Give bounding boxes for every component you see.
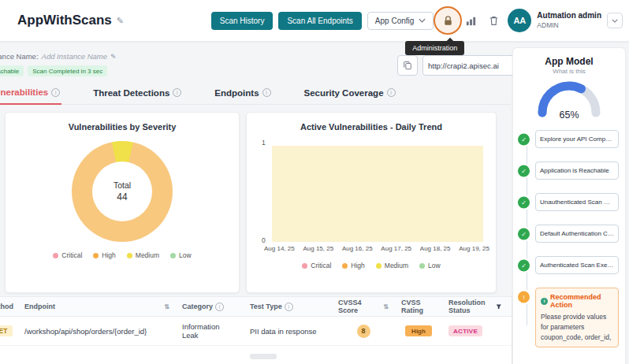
legend-item-critical[interactable]: Critical xyxy=(302,262,331,269)
scan-all-endpoints-button[interactable]: Scan All Endpoints xyxy=(278,12,361,30)
legend-dot xyxy=(53,253,58,258)
model-step[interactable]: ✓ Authenticated Scan Executed xyxy=(535,256,619,274)
col-test-type: Test Typei xyxy=(244,303,332,311)
user-menu-button[interactable] xyxy=(607,13,623,28)
app-model-title: App Model xyxy=(513,56,625,67)
legend-item-low[interactable]: Low xyxy=(419,262,441,269)
model-step[interactable]: ✓ Application is Reachable xyxy=(535,162,619,180)
copy-url-button[interactable] xyxy=(397,55,418,76)
donut-total-value: 44 xyxy=(117,191,127,202)
info-icon[interactable]: i xyxy=(262,88,271,97)
tab-endpoints[interactable]: Endpointsi xyxy=(213,84,272,104)
tab-bar: Vulnerabilitiesi Threat Detectionsi Endp… xyxy=(0,84,511,105)
warning-icon: ! xyxy=(516,290,531,305)
info-icon[interactable]: i xyxy=(173,88,181,97)
legend-item-medium[interactable]: Medium xyxy=(376,262,408,269)
trash-icon xyxy=(488,15,500,27)
recommended-action-text: Please provide values for parameters cou… xyxy=(541,312,613,342)
y-axis-tick: 1 xyxy=(262,139,266,147)
trend-chart-card: Active Vulnerabilities - Daily Trend 1 0… xyxy=(246,112,497,293)
legend-dot xyxy=(302,263,307,269)
app-screen: AppWithScans ✎ Scan History Scan All End… xyxy=(0,0,629,364)
legend-item-high[interactable]: High xyxy=(93,251,115,259)
trend-area-fill xyxy=(272,146,483,242)
legend-dot xyxy=(93,253,99,258)
col-method: Method xyxy=(0,303,18,310)
reports-button[interactable] xyxy=(462,12,479,29)
x-axis-label: Aug 16, 25 xyxy=(342,245,373,252)
check-icon: ✓ xyxy=(516,195,531,210)
header-actions: Scan History Scan All Endpoints App Conf… xyxy=(211,9,629,32)
administration-tooltip: Administration xyxy=(405,41,464,55)
check-icon: ✓ xyxy=(516,226,531,241)
info-icon[interactable]: i xyxy=(215,303,224,311)
instance-name-label: Instance Name: xyxy=(0,52,39,61)
check-icon: ✓ xyxy=(516,132,531,147)
recommended-action-box: i Recommended Action Please provide valu… xyxy=(535,288,619,347)
instance-name-line: Instance Name: Add Instance Name ✎ xyxy=(0,52,117,61)
legend-item-high[interactable]: High xyxy=(342,262,364,269)
scan-history-button[interactable]: Scan History xyxy=(211,12,274,30)
check-icon: ✓ xyxy=(516,258,531,273)
col-cvss-rating: CVSS Rating xyxy=(395,299,442,314)
y-axis-tick: 0 xyxy=(262,236,266,244)
col-resolution-status: Resolution Status xyxy=(442,299,508,314)
tab-security-coverage[interactable]: Security Coveragei xyxy=(303,84,397,104)
x-axis-labels: Aug 14, 25 Aug 15, 25 Aug 16, 25 Aug 17,… xyxy=(264,245,489,252)
endpoint-text: /workshop/api/shop/orders/{order_id} xyxy=(24,327,147,336)
severity-legend: Critical High Medium Low xyxy=(6,251,239,259)
test-type-text: PII data in response xyxy=(250,327,317,336)
reachable-badge: Reachable xyxy=(0,65,24,76)
x-axis-label: Aug 19, 25 xyxy=(459,245,489,252)
delete-app-button[interactable] xyxy=(485,12,502,29)
model-step[interactable]: ✓ Unauthenticated Scan Exe... xyxy=(535,193,619,211)
page-title: AppWithScans ✎ xyxy=(17,13,124,28)
model-step[interactable]: ✓ Explore your API Composition xyxy=(535,130,619,148)
legend-dot xyxy=(376,263,381,269)
donut-center: Total 44 xyxy=(92,162,152,221)
legend-item-low[interactable]: Low xyxy=(170,251,192,259)
app-config-label: App Config xyxy=(375,17,414,25)
col-category: Categoryi xyxy=(176,303,244,311)
vulnerabilities-table: Method Endpoint⇅ Categoryi Test Typei CV… xyxy=(0,296,512,364)
app-config-dropdown[interactable]: App Config xyxy=(367,12,434,30)
info-icon[interactable]: i xyxy=(387,88,396,97)
app-model-steps: ✓ Explore your API Composition ✓ Applica… xyxy=(513,130,625,347)
info-icon[interactable]: i xyxy=(51,88,60,97)
tab-threat-detections[interactable]: Threat Detectionsi xyxy=(91,84,183,104)
x-axis-label: Aug 17, 25 xyxy=(381,245,411,252)
x-axis-label: Aug 14, 25 xyxy=(264,245,295,252)
cvss-rating-badge: High xyxy=(405,325,432,336)
model-step[interactable]: ✓ Default Authentication Conf... xyxy=(535,225,619,243)
add-instance-name-link[interactable]: Add Instance Name xyxy=(42,52,107,61)
what-is-this-link[interactable]: What is this xyxy=(513,68,625,75)
col-cvss-score: CVSS4 Score⇅ xyxy=(332,299,395,314)
legend-item-critical[interactable]: Critical xyxy=(53,251,82,259)
status-badges: Reachable Scan Completed in 3 sec xyxy=(0,65,117,76)
edit-title-icon[interactable]: ✎ xyxy=(117,16,124,26)
donut-total-label: Total xyxy=(114,180,131,190)
severity-donut-wrap: Total 44 xyxy=(72,141,173,242)
sort-icon[interactable]: ⇅ xyxy=(383,303,389,310)
recommended-action-title: i Recommended Action xyxy=(541,293,613,309)
edit-instance-icon[interactable]: ✎ xyxy=(110,53,117,61)
table-row[interactable]: GET /workshop/api/shop/orders/{order_id}… xyxy=(0,317,512,346)
trend-plot: 1 0 xyxy=(272,141,483,242)
col-endpoint: Endpoint⇅ xyxy=(18,303,176,310)
category-text: Information Leak xyxy=(182,322,237,340)
chart-title: Vulnerabilities by Severity xyxy=(6,122,239,132)
sort-icon[interactable]: ⇅ xyxy=(164,303,169,310)
legend-item-medium[interactable]: Medium xyxy=(127,251,159,259)
filter-icon[interactable] xyxy=(496,303,502,310)
table-row[interactable] xyxy=(0,346,512,364)
info-icon[interactable]: i xyxy=(285,303,293,311)
method-badge: GET xyxy=(0,325,13,336)
user-avatar[interactable]: AA xyxy=(508,9,531,32)
resolution-status-badge: ACTIVE xyxy=(448,325,482,336)
administration-lock-button[interactable]: Administration xyxy=(439,12,456,29)
app-model-gauge: 65% xyxy=(538,81,601,117)
loading-bar xyxy=(250,354,277,359)
tab-vulnerabilities[interactable]: Vulnerabilitiesi xyxy=(0,84,61,105)
x-axis-label: Aug 15, 25 xyxy=(303,245,333,252)
chevron-down-icon xyxy=(419,18,426,23)
